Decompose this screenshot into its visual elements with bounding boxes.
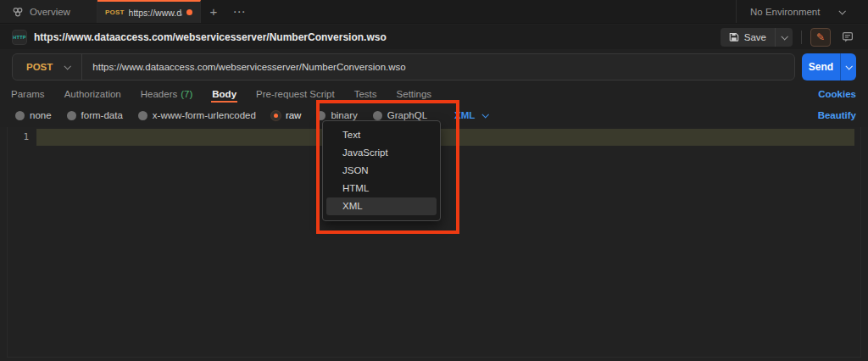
headers-count-badge: (7) xyxy=(181,89,192,99)
environment-selector[interactable]: No Environment xyxy=(736,0,868,23)
radio-label: raw xyxy=(286,110,302,120)
beautify-link[interactable]: Beautify xyxy=(818,110,856,120)
radio-selected-icon xyxy=(271,111,281,120)
radio-icon xyxy=(316,111,326,120)
title-actions: Save ✎ xyxy=(721,28,858,47)
environment-label: No Environment xyxy=(750,7,820,17)
send-options-button[interactable] xyxy=(840,53,856,81)
radio-icon xyxy=(373,111,382,120)
tab-settings[interactable]: Settings xyxy=(396,86,433,102)
request-tabs-row: Params Authorization Headers (7) Body Pr… xyxy=(0,85,868,103)
save-button-label: Save xyxy=(744,32,766,42)
menu-item-html[interactable]: HTML xyxy=(323,180,440,197)
tab-tests[interactable]: Tests xyxy=(353,86,378,102)
method-label: POST xyxy=(26,62,53,72)
request-url-input[interactable]: https://www.dataaccess.com/webservicesse… xyxy=(82,62,415,72)
tab-request-active[interactable]: POST https://www.dataacc xyxy=(97,0,201,23)
raw-language-selector[interactable]: XML xyxy=(454,110,487,120)
body-type-raw[interactable]: raw xyxy=(271,110,302,120)
send-button[interactable]: Send xyxy=(802,53,840,81)
chevron-down-icon xyxy=(838,8,845,14)
unsaved-changes-dot xyxy=(186,9,192,15)
cookies-link[interactable]: Cookies xyxy=(818,89,856,99)
workspace-tab-bar: Overview POST https://www.dataacc + ⋯ No… xyxy=(0,0,868,24)
radio-label: x-www-form-urlencoded xyxy=(153,110,256,120)
save-button[interactable]: Save xyxy=(721,28,775,47)
radio-icon xyxy=(67,111,76,120)
body-type-graphql[interactable]: GraphQL xyxy=(373,110,427,120)
tab-body[interactable]: Body xyxy=(211,86,237,103)
method-selector[interactable]: POST xyxy=(13,54,81,80)
body-type-none[interactable]: none xyxy=(15,110,52,120)
request-title: https://www.dataaccess.com/webservicesse… xyxy=(34,31,387,43)
edit-request-button[interactable]: ✎ xyxy=(810,28,831,47)
chevron-down-icon xyxy=(64,63,71,69)
active-line-highlight xyxy=(36,129,854,146)
tab-label: Params xyxy=(11,89,45,99)
http-request-icon: HTTP xyxy=(12,30,27,45)
overview-icon xyxy=(12,6,24,18)
divider xyxy=(801,31,802,44)
body-type-form-data[interactable]: form-data xyxy=(67,110,123,120)
chevron-down-icon xyxy=(482,111,489,118)
tab-label: Pre-request Script xyxy=(256,89,335,99)
tab-overview[interactable]: Overview xyxy=(0,0,97,23)
language-dropdown-menu: Text JavaScript JSON HTML XML xyxy=(322,120,441,221)
menu-item-text[interactable]: Text xyxy=(323,126,440,144)
tab-label: Headers xyxy=(141,89,177,99)
request-tab-method: POST xyxy=(105,8,125,16)
comments-button[interactable] xyxy=(837,28,858,47)
radio-icon xyxy=(138,111,147,120)
tab-label: Settings xyxy=(397,89,432,99)
body-type-binary[interactable]: binary xyxy=(316,110,357,120)
radio-label: binary xyxy=(331,110,357,120)
request-title-row: HTTP https://www.dataaccess.com/webservi… xyxy=(0,25,868,49)
tab-params[interactable]: Params xyxy=(10,86,46,102)
comment-icon xyxy=(842,31,854,43)
chevron-down-icon xyxy=(845,63,852,69)
menu-item-javascript[interactable]: JavaScript xyxy=(323,144,440,162)
line-number: 1 xyxy=(0,129,29,146)
pencil-icon: ✎ xyxy=(816,31,825,43)
menu-item-json[interactable]: JSON xyxy=(323,162,440,180)
save-icon xyxy=(729,32,739,42)
url-builder-row: POST https://www.dataaccess.com/webservi… xyxy=(0,49,868,85)
tab-label: Body xyxy=(212,89,236,99)
tab-label: Authorization xyxy=(64,89,121,99)
new-tab-button[interactable]: + xyxy=(201,0,226,23)
tab-label: Tests xyxy=(354,89,377,99)
body-type-urlencoded[interactable]: x-www-form-urlencoded xyxy=(138,110,256,120)
radio-icon xyxy=(15,111,25,120)
overview-tab-label: Overview xyxy=(30,7,70,17)
radio-label: none xyxy=(30,110,52,120)
url-builder: POST https://www.dataaccess.com/webservi… xyxy=(12,53,795,81)
send-split-button: Send xyxy=(802,53,856,81)
chevron-down-icon xyxy=(781,33,787,40)
language-label: XML xyxy=(454,110,475,120)
save-options-button[interactable] xyxy=(775,28,793,47)
postman-window: Overview POST https://www.dataacc + ⋯ No… xyxy=(0,0,868,361)
save-split-button: Save xyxy=(721,28,793,47)
radio-label: GraphQL xyxy=(387,110,427,120)
request-tab-url: https://www.dataacc xyxy=(129,8,182,18)
menu-item-xml[interactable]: XML xyxy=(326,197,437,215)
tab-headers[interactable]: Headers (7) xyxy=(140,86,194,102)
tab-options-button[interactable]: ⋯ xyxy=(226,0,252,23)
tab-authorization[interactable]: Authorization xyxy=(64,86,122,102)
radio-label: form-data xyxy=(81,110,123,120)
tab-pre-request-script[interactable]: Pre-request Script xyxy=(255,86,336,102)
